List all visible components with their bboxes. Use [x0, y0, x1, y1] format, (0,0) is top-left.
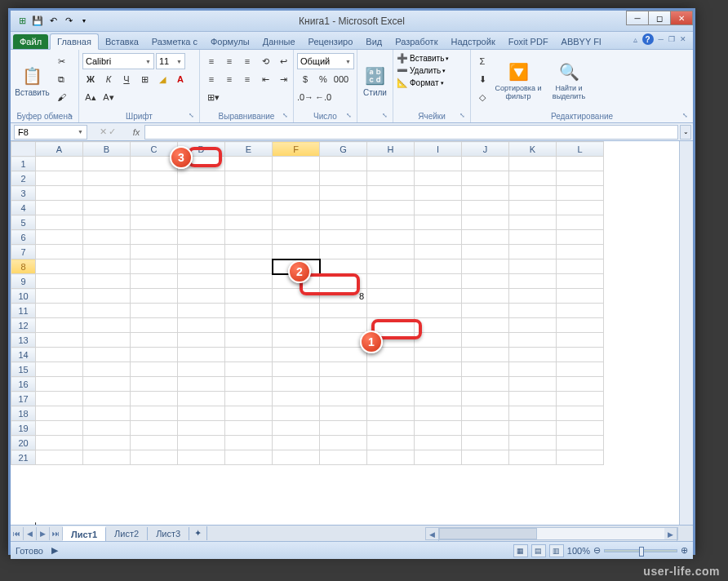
cell-A20[interactable]	[36, 436, 83, 450]
cell-J13[interactable]	[462, 333, 509, 348]
paste-button[interactable]: 📋 Вставить	[14, 51, 51, 110]
cell-D6[interactable]	[178, 230, 225, 245]
cell-K4[interactable]	[509, 201, 557, 215]
cell-G6[interactable]	[320, 230, 367, 245]
cell-J7[interactable]	[462, 245, 509, 259]
cell-C5[interactable]	[131, 215, 178, 230]
cell-C16[interactable]	[131, 377, 178, 392]
cell-F19[interactable]	[273, 421, 320, 436]
cell-K2[interactable]	[509, 171, 557, 186]
cell-H11[interactable]	[367, 304, 415, 318]
cell-E4[interactable]	[225, 201, 273, 215]
row-header-13[interactable]: 13	[11, 333, 36, 348]
cell-E20[interactable]	[225, 436, 273, 450]
cell-L9[interactable]	[557, 274, 604, 289]
column-header-L[interactable]: L	[557, 142, 604, 157]
cell-F17[interactable]	[273, 392, 320, 406]
row-header-4[interactable]: 4	[11, 201, 36, 215]
cell-A15[interactable]	[36, 362, 83, 377]
doc-restore-icon[interactable]: ❐	[668, 35, 675, 43]
doc-min-icon[interactable]: ─	[659, 35, 664, 43]
row-header-2[interactable]: 2	[11, 171, 36, 186]
underline-button[interactable]: Ч	[118, 71, 135, 87]
cell-J20[interactable]	[462, 436, 509, 450]
align-bottom-icon[interactable]: ≡	[239, 53, 255, 69]
cell-C20[interactable]	[131, 436, 178, 450]
cell-C9[interactable]	[131, 274, 178, 289]
align-top-icon[interactable]: ≡	[203, 53, 220, 69]
cell-D21[interactable]	[178, 450, 225, 465]
cell-K10[interactable]	[509, 289, 557, 304]
column-header-A[interactable]: A	[36, 142, 83, 157]
comma-icon[interactable]: 000	[333, 71, 349, 87]
cancel-icon[interactable]: ✕	[100, 126, 107, 137]
cell-A14[interactable]	[36, 348, 83, 362]
fill-icon[interactable]: ⬇	[474, 71, 491, 87]
cell-J17[interactable]	[462, 392, 509, 406]
copy-icon[interactable]: ⧉	[53, 71, 69, 87]
cell-E19[interactable]	[225, 421, 273, 436]
cell-K17[interactable]	[509, 392, 557, 406]
cell-D9[interactable]	[178, 274, 225, 289]
cell-E8[interactable]	[225, 259, 273, 274]
cell-F2[interactable]	[273, 171, 320, 186]
tab-view[interactable]: Вид	[359, 34, 388, 49]
cell-I6[interactable]	[415, 230, 462, 245]
cell-J6[interactable]	[462, 230, 509, 245]
format-cells-button[interactable]: 📐Формат▾	[397, 78, 467, 88]
cell-J19[interactable]	[462, 421, 509, 436]
cell-L11[interactable]	[557, 304, 604, 318]
font-size-combo[interactable]: 11▼	[156, 53, 185, 69]
row-header-10[interactable]: 10	[11, 289, 36, 304]
cell-L13[interactable]	[557, 333, 604, 348]
cell-A13[interactable]	[36, 333, 83, 348]
styles-button[interactable]: 🔡 Стили	[361, 51, 389, 110]
cell-I8[interactable]	[415, 259, 462, 274]
cell-C7[interactable]	[131, 245, 178, 259]
cell-H4[interactable]	[367, 201, 415, 215]
next-sheet-icon[interactable]: ▶	[37, 527, 50, 540]
cell-G11[interactable]	[320, 304, 367, 318]
cell-A19[interactable]	[36, 421, 83, 436]
cell-K9[interactable]	[509, 274, 557, 289]
cell-J8[interactable]	[462, 259, 509, 274]
cell-G8[interactable]	[320, 259, 367, 274]
tab-addins[interactable]: Надстройк	[444, 34, 501, 49]
cell-E17[interactable]	[225, 392, 273, 406]
sheet-tab-3[interactable]: Лист3	[148, 527, 189, 540]
cell-H15[interactable]	[367, 362, 415, 377]
fx-button[interactable]: fx	[128, 127, 144, 137]
percent-icon[interactable]: %	[315, 71, 331, 87]
clear-icon[interactable]: ◇	[474, 89, 491, 105]
cell-B3[interactable]	[83, 186, 131, 201]
cell-I20[interactable]	[415, 436, 462, 450]
tab-file[interactable]: Файл	[13, 34, 48, 49]
cell-F16[interactable]	[273, 377, 320, 392]
cell-A5[interactable]	[36, 215, 83, 230]
cell-G5[interactable]	[320, 215, 367, 230]
merge-button[interactable]: ⊞▾	[203, 89, 224, 105]
font-color-button[interactable]: A	[172, 71, 189, 87]
cell-H19[interactable]	[367, 421, 415, 436]
cell-I19[interactable]	[415, 421, 462, 436]
bold-button[interactable]: Ж	[82, 71, 99, 87]
cell-K16[interactable]	[509, 377, 557, 392]
page-layout-view-icon[interactable]: ▤	[531, 544, 546, 557]
cell-F15[interactable]	[273, 362, 320, 377]
cell-L8[interactable]	[557, 259, 604, 274]
cell-B1[interactable]	[83, 157, 131, 171]
cell-L5[interactable]	[557, 215, 604, 230]
tab-review[interactable]: Рецензиро	[302, 34, 360, 49]
cell-G20[interactable]	[320, 436, 367, 450]
cell-C10[interactable]	[131, 289, 178, 304]
cell-B11[interactable]	[83, 304, 131, 318]
first-sheet-icon[interactable]: ⏮	[11, 527, 24, 540]
normal-view-icon[interactable]: ▦	[513, 544, 528, 557]
column-header-F[interactable]: F	[273, 142, 320, 157]
cell-A16[interactable]	[36, 377, 83, 392]
cell-L7[interactable]	[557, 245, 604, 259]
cell-L18[interactable]	[557, 406, 604, 421]
cell-K6[interactable]	[509, 230, 557, 245]
cell-H10[interactable]	[367, 289, 415, 304]
cell-L16[interactable]	[557, 377, 604, 392]
